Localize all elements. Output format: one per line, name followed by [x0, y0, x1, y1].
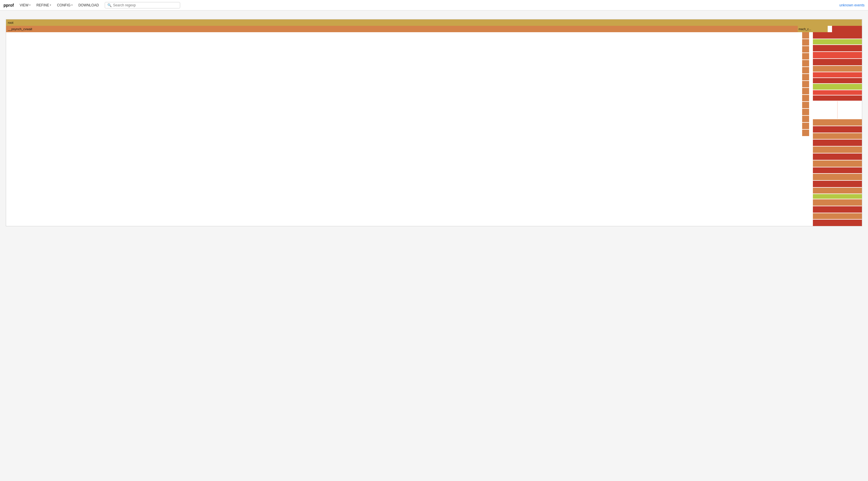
main-content: root __psynch_cvwait mach_c...	[0, 10, 868, 481]
color-block-red[interactable]	[813, 220, 862, 226]
color-block-red[interactable]	[813, 140, 862, 146]
right-blocks-panel	[802, 32, 862, 226]
view-label: VIEW	[20, 3, 29, 7]
color-block-orange[interactable]	[813, 213, 862, 219]
search-icon: 🔍	[107, 3, 112, 7]
config-menu-button[interactable]: CONFIG ▾	[55, 2, 75, 8]
search-input[interactable]	[113, 3, 177, 7]
right-colored-col	[832, 26, 862, 32]
color-block-red[interactable]	[813, 126, 862, 132]
color-block-orange[interactable]	[813, 188, 862, 193]
config-chevron-icon: ▾	[71, 4, 72, 6]
refine-label: REFINE	[36, 3, 49, 7]
download-label: DOWNLOAD	[78, 3, 99, 7]
empty-area	[6, 32, 862, 226]
unknown-events-link[interactable]: unknown events	[839, 3, 865, 7]
stripe-seg[interactable]	[802, 60, 809, 66]
gap-block	[828, 26, 832, 32]
psynch-block[interactable]: __psynch_cvwait	[6, 26, 798, 32]
toolbar: pprof VIEW ▾ REFINE ▾ CONFIG ▾ DOWNLOAD …	[0, 0, 868, 10]
stripe-seg[interactable]	[802, 116, 809, 122]
color-block-red-med[interactable]	[813, 52, 862, 58]
color-block-orange[interactable]	[813, 174, 862, 180]
color-block-red[interactable]	[813, 168, 862, 173]
middle-col	[810, 32, 812, 226]
stripe-seg[interactable]	[802, 39, 809, 46]
view-menu-button[interactable]: VIEW ▾	[18, 2, 33, 8]
color-block-red[interactable]	[813, 32, 862, 38]
color-block-green[interactable]	[813, 84, 862, 90]
psynch-row: __psynch_cvwait mach_c...	[6, 26, 862, 32]
stripe-seg[interactable]	[802, 53, 809, 59]
stripe-seg[interactable]	[802, 95, 809, 101]
app-logo: pprof	[3, 3, 14, 7]
stripe-seg[interactable]	[802, 46, 809, 53]
color-block-orange[interactable]	[813, 147, 862, 153]
stripe-seg[interactable]	[802, 74, 809, 80]
color-block-orange[interactable]	[813, 199, 862, 206]
color-block-red[interactable]	[813, 206, 862, 213]
color-block-green-sm[interactable]	[813, 194, 862, 199]
color-block-red[interactable]	[813, 181, 862, 187]
color-block-orange[interactable]	[813, 133, 862, 139]
color-block-red[interactable]	[813, 95, 862, 101]
color-block-red[interactable]	[813, 153, 862, 160]
empty-left	[6, 32, 802, 226]
refine-chevron-icon: ▾	[50, 4, 51, 6]
root-row: root	[6, 20, 862, 26]
root-block[interactable]: root	[6, 20, 862, 26]
color-block-orange[interactable]	[813, 119, 862, 126]
color-block-red[interactable]	[813, 78, 862, 83]
color-block-red-med[interactable]	[813, 72, 862, 78]
color-block-orange[interactable]	[813, 66, 862, 72]
search-wrapper: 🔍	[105, 2, 180, 8]
thin-line-area	[813, 101, 862, 119]
color-block-red-sm[interactable]	[813, 90, 862, 95]
color-block-red[interactable]	[813, 45, 862, 51]
left-stripe	[802, 32, 809, 226]
download-button[interactable]: DOWNLOAD	[76, 2, 101, 8]
right-main-col	[813, 32, 862, 226]
stripe-seg[interactable]	[802, 88, 809, 94]
stripe-seg[interactable]	[802, 81, 809, 87]
flamegraph-container: root __psynch_cvwait mach_c...	[6, 19, 862, 226]
stripe-seg[interactable]	[802, 123, 809, 129]
refine-menu-button[interactable]: REFINE ▾	[34, 2, 53, 8]
color-block-orange[interactable]	[813, 160, 862, 167]
config-label: CONFIG	[57, 3, 70, 7]
color-block-green[interactable]	[813, 39, 862, 44]
stripe-seg[interactable]	[802, 102, 809, 108]
stripe-seg[interactable]	[802, 67, 809, 73]
stripe-seg[interactable]	[802, 130, 809, 136]
view-chevron-icon: ▾	[29, 4, 30, 6]
mach-block[interactable]: mach_c...	[798, 26, 828, 32]
color-block-red[interactable]	[813, 59, 862, 65]
stripe-seg[interactable]	[802, 109, 809, 115]
stripe-seg[interactable]	[802, 32, 809, 38]
